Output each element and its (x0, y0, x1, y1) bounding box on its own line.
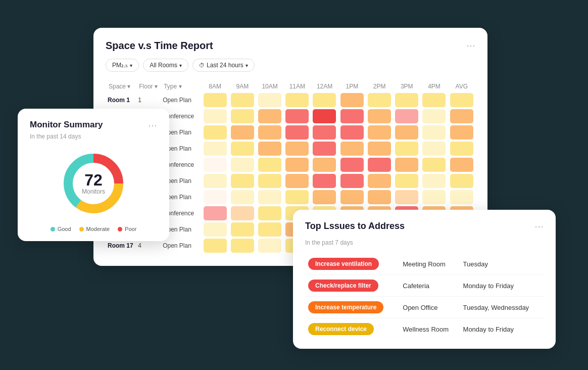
col-8am: 8AM (202, 81, 229, 92)
heat-cell (366, 124, 393, 141)
heat-cell (338, 124, 366, 141)
issues-header: Top Lssues to Address ⋯ (305, 221, 544, 232)
heat-cell (448, 189, 475, 205)
heat-cell (256, 124, 283, 141)
heat-cell (311, 92, 338, 108)
heat-cell (202, 124, 229, 141)
col-avg: AVG (448, 81, 475, 92)
heat-cell (256, 173, 283, 189)
heat-cell (311, 173, 338, 189)
heat-cell (366, 92, 393, 108)
issues-more-icon[interactable]: ⋯ (534, 221, 544, 232)
heat-cell (229, 205, 256, 221)
monitor-more-icon[interactable]: ⋯ (148, 120, 157, 131)
heat-cell (448, 124, 475, 141)
time-report-title: Space v.s Time Report (106, 40, 213, 52)
heat-cell (229, 173, 256, 189)
heat-cell (229, 141, 256, 157)
heat-cell (283, 173, 311, 189)
time-filter[interactable]: ⏱ Last 24 hours ▾ (192, 59, 255, 72)
issues-title: Top Lssues to Address (305, 221, 405, 232)
col-space[interactable]: Space ▾ (106, 81, 136, 92)
col-4pm: 4PM (420, 81, 448, 92)
legend-poor: Poor (118, 226, 136, 232)
heat-cell (420, 141, 448, 157)
more-options-icon[interactable]: ⋯ (466, 40, 475, 51)
heat-cell (311, 124, 338, 141)
heat-cell (202, 238, 229, 254)
heat-cell (229, 124, 256, 141)
issue-row: Increase ventilationMeeting RoomTuesday (305, 253, 544, 275)
heat-cell (311, 141, 338, 157)
issue-badge: Check/replace filter (308, 280, 378, 292)
issue-row: Increase temperatureOpen OfficeTuesday, … (305, 297, 544, 318)
heat-cell (393, 157, 420, 173)
heat-cell (202, 141, 229, 157)
time-label: Last 24 hours (207, 62, 243, 69)
heat-cell (311, 108, 338, 124)
poor-label: Poor (125, 226, 136, 232)
legend-good: Good (51, 226, 71, 232)
type-label: Open Plan (161, 92, 201, 108)
col-1pm: 1PM (338, 81, 366, 92)
heat-cell (393, 173, 420, 189)
heat-cell (283, 141, 311, 157)
heat-cell (420, 173, 448, 189)
heat-cell (202, 189, 229, 205)
heat-cell (283, 189, 311, 205)
heat-cell (393, 108, 420, 124)
heat-cell (256, 108, 283, 124)
col-type[interactable]: Type ▾ (161, 81, 201, 92)
room-label: Room 1 (106, 92, 136, 108)
heat-cell (393, 141, 420, 157)
issue-action-cell: Reconnect device (305, 318, 400, 340)
time-chevron-icon: ▾ (246, 63, 248, 68)
heat-cell (393, 124, 420, 141)
heat-cell (393, 92, 420, 108)
top-issues-card: Top Lssues to Address ⋯ In the past 7 da… (293, 210, 556, 349)
heat-cell (366, 108, 393, 124)
time-report-header: Space v.s Time Report ⋯ (106, 40, 475, 52)
heat-cell (229, 157, 256, 173)
heat-cell (420, 157, 448, 173)
heat-cell (256, 221, 283, 238)
col-10am: 10AM (256, 81, 283, 92)
filter-bar: PM₂.₅ ▾ All Rooms ▾ ⏱ Last 24 hours ▾ (106, 59, 475, 72)
type-label: Open Plan (161, 238, 201, 254)
heat-cell (420, 92, 448, 108)
issue-action-cell: Check/replace filter (305, 275, 400, 297)
metric-label: PM₂.₅ (112, 62, 128, 69)
issues-subtitle: In the past 7 days (305, 239, 544, 246)
heat-cell (256, 205, 283, 221)
heat-cell (202, 157, 229, 173)
col-floor[interactable]: Floor ▾ (136, 81, 161, 92)
legend-moderate: Moderate (79, 226, 110, 232)
metric-filter[interactable]: PM₂.₅ ▾ (106, 59, 139, 72)
col-11am: 11AM (283, 81, 311, 92)
issue-action-cell: Increase temperature (305, 297, 400, 318)
issue-badge: Reconnect device (308, 323, 374, 335)
issue-location-cell: Cafeteria (400, 275, 460, 297)
heat-cell (256, 157, 283, 173)
monitor-count-label: Monitors (82, 188, 105, 195)
heat-cell (202, 205, 229, 221)
heat-cell (420, 189, 448, 205)
heat-cell (283, 157, 311, 173)
clock-icon: ⏱ (199, 62, 205, 68)
heat-cell (366, 189, 393, 205)
rooms-filter[interactable]: All Rooms ▾ (143, 59, 188, 72)
heat-cell (366, 173, 393, 189)
heat-cell (420, 124, 448, 141)
heat-cell (366, 157, 393, 173)
table-row: Room 11Open Plan (106, 92, 475, 108)
issue-action-cell: Increase ventilation (305, 253, 400, 275)
heat-cell (420, 108, 448, 124)
heat-cell (202, 92, 229, 108)
rooms-label: All Rooms (150, 62, 177, 69)
heat-cell (229, 92, 256, 108)
good-label: Good (58, 226, 71, 232)
issue-days-cell: Tuesday, Wednessday (460, 297, 544, 318)
heat-cell (311, 189, 338, 205)
heat-cell (338, 92, 366, 108)
monitor-legend: Good Moderate Poor (30, 226, 157, 232)
